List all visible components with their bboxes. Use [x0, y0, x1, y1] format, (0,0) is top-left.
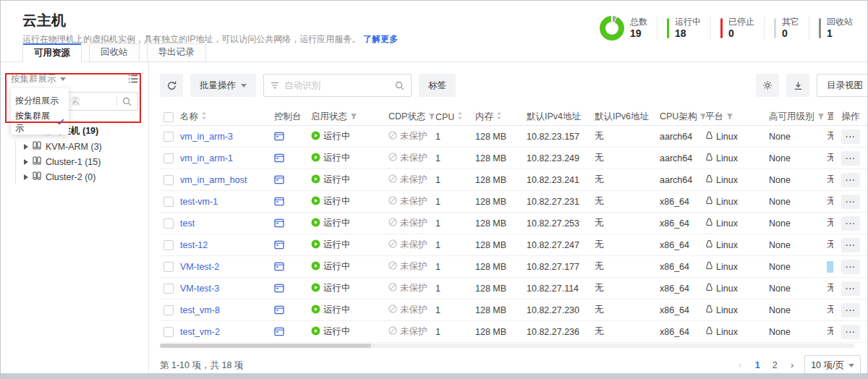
page-size-select[interactable]: 10 项/页 — [804, 355, 861, 373]
learn-more-link[interactable]: 了解更多 — [363, 34, 398, 44]
tag-button[interactable]: 标签 — [419, 74, 456, 97]
column-header-status[interactable]: 启用状态 — [311, 111, 388, 123]
menu-item-按集群展示[interactable]: 按集群展示 — [11, 111, 69, 133]
tree-node[interactable]: Cluster-1 (15) — [11, 154, 138, 169]
settings-button[interactable] — [756, 74, 779, 97]
row-checkbox[interactable] — [163, 175, 174, 185]
row-checkbox[interactable] — [163, 240, 174, 250]
more-actions-button[interactable]: ··· — [841, 325, 860, 339]
vm-name-link[interactable]: test — [180, 218, 195, 229]
console-icon[interactable] — [274, 132, 284, 141]
row-checkbox[interactable] — [163, 327, 174, 337]
cell-text: 10.82.27.230 — [527, 305, 579, 315]
cell-ipv4: 10.82.27.114 — [527, 284, 595, 294]
caret-right-icon[interactable] — [24, 174, 28, 180]
prev-page-button[interactable]: ‹ — [735, 360, 745, 370]
vm-name-link[interactable]: test-12 — [180, 240, 208, 250]
caret-right-icon[interactable] — [24, 159, 28, 165]
sorter-icon[interactable] — [496, 111, 502, 122]
horizontal-scrollbar[interactable] — [160, 344, 854, 348]
more-actions-button[interactable]: ··· — [841, 173, 860, 187]
page-number-1[interactable]: 1 — [752, 360, 762, 370]
cell-ha: None — [769, 327, 827, 337]
row-checkbox[interactable] — [163, 197, 174, 207]
tab-recycle-bin[interactable]: 回收站 — [89, 43, 140, 61]
stat-texts: 回收站1 — [827, 17, 853, 40]
page-number-2[interactable]: 2 — [770, 360, 780, 370]
stat-总数: 总数19 — [600, 16, 647, 41]
more-actions-button[interactable]: ··· — [841, 129, 860, 144]
tree-node[interactable]: Cluster-2 (0) — [11, 169, 138, 184]
export-download-button[interactable] — [786, 74, 809, 97]
cell-cpu: 1 — [435, 284, 475, 294]
row-checkbox[interactable] — [163, 284, 174, 294]
tree-node[interactable]: KVM-ARM (3) — [11, 139, 138, 154]
column-header-ha[interactable]: 高可用级别 — [769, 111, 827, 123]
vm-name-link[interactable]: vm_in_arm-3 — [180, 132, 233, 142]
search-icon[interactable] — [395, 81, 404, 90]
more-actions-button[interactable]: ··· — [841, 238, 860, 252]
menu-item-按分组展示[interactable]: 按分组展示 — [11, 90, 69, 111]
cell-text: x86_64 — [660, 284, 689, 294]
scrollbar-thumb[interactable] — [160, 344, 371, 348]
funnel-filter-icon[interactable] — [699, 112, 705, 122]
vm-name-link[interactable]: VM-test-2 — [180, 262, 219, 272]
row-checkbox[interactable] — [163, 262, 174, 272]
column-header-console[interactable]: 控制台 — [274, 111, 311, 123]
funnel-filter-icon[interactable] — [350, 112, 357, 122]
column-header-name[interactable]: 名称 — [180, 111, 274, 123]
batch-actions-button[interactable]: 批量操作 — [190, 74, 256, 97]
console-icon[interactable] — [274, 175, 284, 184]
cell-status: 运行中 — [311, 217, 388, 229]
vm-name-link[interactable]: test_vm-8 — [180, 305, 220, 315]
console-icon[interactable] — [274, 218, 284, 228]
funnel-filter-icon[interactable] — [817, 112, 825, 122]
column-header-mem[interactable]: 内存 — [475, 111, 527, 123]
console-icon[interactable] — [274, 327, 284, 336]
table-search-input[interactable]: 自动识别 — [263, 74, 412, 97]
tab-export-records[interactable]: 导出记录 — [147, 43, 206, 61]
vm-name-link[interactable]: vm_in_arm_host — [180, 175, 247, 185]
tree-options-icon[interactable] — [128, 74, 138, 83]
console-icon[interactable] — [274, 197, 284, 206]
vm-name-link[interactable]: test_vm-2 — [180, 327, 220, 337]
more-actions-button[interactable]: ··· — [841, 195, 860, 209]
column-header-arch[interactable]: CPU架构 — [660, 111, 705, 123]
more-actions-button[interactable]: ··· — [841, 281, 860, 296]
row-checkbox[interactable] — [163, 132, 174, 142]
caret-right-icon[interactable] — [24, 144, 28, 150]
more-actions-button[interactable]: ··· — [841, 151, 860, 166]
more-actions-button[interactable]: ··· — [841, 216, 860, 231]
catalog-view-button[interactable]: 目录视图 — [817, 74, 867, 97]
funnel-filter-icon[interactable] — [428, 112, 435, 122]
refresh-button[interactable] — [160, 74, 183, 97]
row-checkbox[interactable] — [163, 153, 174, 163]
console-icon[interactable] — [274, 153, 284, 163]
console-icon[interactable] — [274, 262, 284, 271]
sorter-icon[interactable] — [201, 111, 207, 122]
select-all-checkbox[interactable] — [163, 112, 174, 122]
row-checkbox[interactable] — [163, 218, 174, 229]
next-page-button[interactable]: › — [787, 360, 797, 370]
search-icon[interactable] — [122, 97, 132, 106]
vm-name-link[interactable]: vm_in_arm-1 — [180, 153, 233, 163]
column-header-cpu[interactable]: CPU — [435, 111, 475, 122]
column-header-cdp[interactable]: CDP状态 — [388, 111, 435, 123]
console-icon[interactable] — [274, 305, 284, 315]
column-header-platform[interactable]: 平台 — [705, 111, 769, 123]
more-actions-button[interactable]: ··· — [841, 303, 860, 318]
batch-actions-label: 批量操作 — [200, 80, 236, 92]
tab-available[interactable]: 可用资源 — [22, 43, 82, 62]
column-header-ipv6[interactable]: 默认IPv6地址 — [595, 111, 660, 123]
console-icon[interactable] — [274, 284, 284, 293]
vm-name-link[interactable]: VM-test-3 — [180, 284, 219, 294]
console-icon[interactable] — [274, 240, 284, 250]
more-actions-button[interactable]: ··· — [841, 260, 860, 274]
status-text: 运行中 — [323, 217, 351, 229]
display-mode-dropdown[interactable]: 按集群展示 — [11, 73, 66, 85]
column-header-ipv4[interactable]: 默认IPv4地址 — [527, 111, 595, 123]
row-checkbox[interactable] — [163, 305, 174, 315]
funnel-filter-icon[interactable] — [726, 112, 733, 122]
vm-name-link[interactable]: test-vm-1 — [180, 197, 218, 207]
sorter-icon[interactable] — [457, 111, 463, 122]
